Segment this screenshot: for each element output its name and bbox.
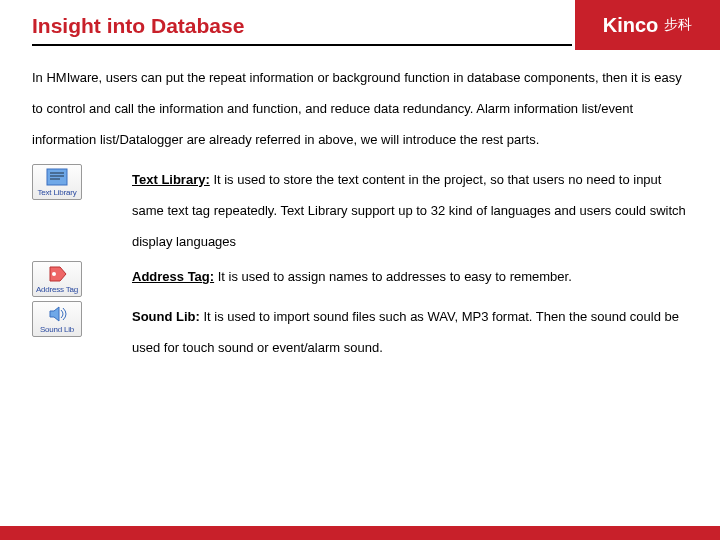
svg-marker-6 — [50, 307, 59, 321]
icon-label: Sound Lib — [33, 324, 81, 334]
database-items: Text Library Text Library: It is used to… — [0, 156, 720, 364]
intro-paragraph: In HMIware, users can put the repeat inf… — [0, 46, 720, 156]
sound-lib-icon: Sound Lib — [32, 301, 82, 337]
svg-point-5 — [52, 272, 56, 276]
item-body: It is used to store the text content in … — [132, 172, 686, 249]
item-text: Text Library: It is used to store the te… — [132, 164, 688, 258]
item-lead: Text Library: — [132, 172, 210, 187]
svg-rect-0 — [47, 169, 67, 185]
brand-logo: Kinco 步科 — [575, 0, 720, 50]
brand-text: Kinco — [603, 14, 659, 37]
item-body: It is used to import sound files such as… — [132, 309, 679, 355]
item-address-tag: Address Tag Address Tag: It is used to a… — [32, 261, 688, 297]
address-tag-icon: Address Tag — [32, 261, 82, 297]
brand-cn: 步科 — [664, 16, 692, 34]
item-text: Address Tag: It is used to assign names … — [132, 261, 688, 292]
footer-band — [0, 526, 720, 540]
item-body: It is used to assign names to addresses … — [214, 269, 572, 284]
item-text: Sound Lib: It is used to import sound fi… — [132, 301, 688, 363]
item-sound-lib: Sound Lib Sound Lib: It is used to impor… — [32, 301, 688, 363]
icon-label: Address Tag — [33, 284, 81, 294]
icon-label: Text Library — [33, 187, 81, 197]
item-lead: Sound Lib: — [132, 309, 200, 324]
item-lead: Address Tag: — [132, 269, 214, 284]
text-library-icon: Text Library — [32, 164, 82, 200]
item-text-library: Text Library Text Library: It is used to… — [32, 164, 688, 258]
